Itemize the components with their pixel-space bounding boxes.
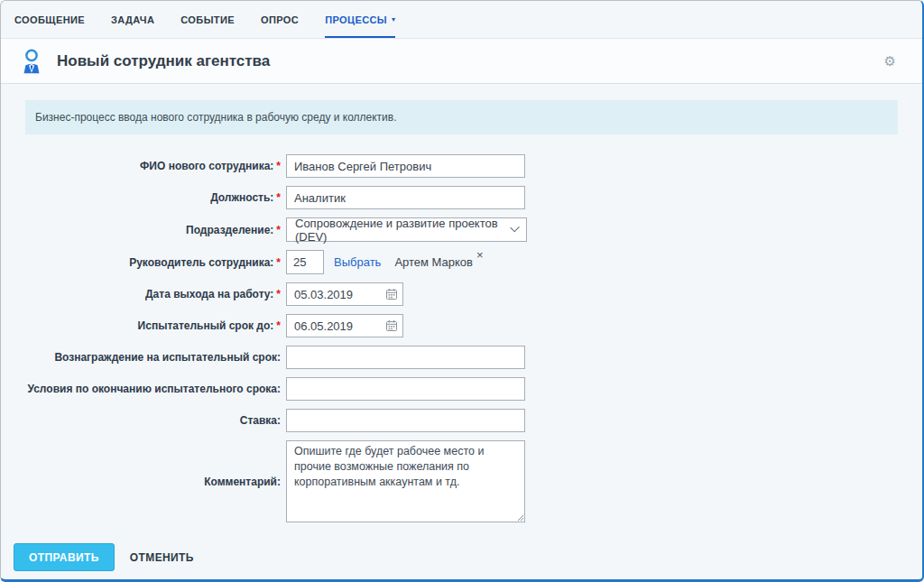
required-marker: * — [276, 256, 281, 269]
field-label: ФИО нового сотрудника:* — [1, 160, 281, 172]
field-label: Вознаграждение на испытательный срок: — [1, 351, 281, 364]
form-row-rate: Ставка: — [1, 409, 922, 432]
remove-manager-icon[interactable]: × — [476, 249, 484, 261]
process-form-window: СООБЩЕНИЕ ЗАДАЧА СОБЫТИЕ ОПРОС ПРОЦЕССЫ … — [0, 0, 924, 582]
required-marker: * — [276, 319, 281, 332]
tab-processes[interactable]: ПРОЦЕССЫ ▾ — [325, 1, 395, 38]
field-label: Условия по окончанию испытательного срок… — [1, 383, 281, 395]
required-marker: * — [276, 191, 281, 204]
form-row-probation-salary: Вознаграждение на испытательный срок: — [1, 346, 922, 369]
form-row-comment: Комментарий: Опишите где будет рабочее м… — [1, 440, 922, 522]
department-selected-value: Сопровождение и развитие проектов (DEV) — [295, 217, 512, 244]
fio-input[interactable] — [286, 154, 525, 178]
tab-event[interactable]: СОБЫТИЕ — [180, 1, 235, 38]
tab-poll[interactable]: ОПРОС — [261, 1, 299, 38]
field-label: Комментарий: — [1, 476, 281, 488]
tab-bar: СООБЩЕНИЕ ЗАДАЧА СОБЫТИЕ ОПРОС ПРОЦЕССЫ … — [1, 1, 922, 39]
new-employee-form: ФИО нового сотрудника:* Должность:* Подр… — [1, 154, 922, 522]
required-marker: * — [276, 224, 281, 236]
page-title: Новый сотрудник агентства — [57, 52, 270, 70]
field-label: Дата выхода на работу:* — [1, 288, 281, 300]
process-description-banner: Бизнес-процесс ввода нового сотрудника в… — [25, 100, 898, 134]
chevron-down-icon: ▾ — [392, 15, 395, 23]
required-marker: * — [276, 160, 281, 172]
form-actions: ОТПРАВИТЬ ОТМЕНИТЬ — [14, 543, 922, 571]
manager-id-input[interactable] — [286, 250, 324, 274]
probation-salary-input[interactable] — [286, 346, 525, 369]
employee-person-icon — [18, 48, 45, 75]
tab-label: СОБЫТИЕ — [180, 14, 235, 25]
gear-icon[interactable]: ⚙ — [884, 53, 909, 69]
field-label: Подразделение:* — [1, 224, 281, 236]
cancel-button[interactable]: ОТМЕНИТЬ — [130, 551, 194, 564]
form-row-after-probation: Условия по окончанию испытательного срок… — [1, 377, 922, 401]
tab-label: ЗАДАЧА — [111, 14, 154, 25]
form-row-start-date: Дата выхода на работу:* — [1, 282, 922, 306]
rate-input[interactable] — [286, 409, 525, 432]
process-header: Новый сотрудник агентства ⚙ — [1, 39, 922, 84]
resize-handle[interactable] — [515, 513, 523, 521]
selected-manager-name: Артем Марков — [394, 255, 473, 269]
form-row-position: Должность:* — [1, 186, 922, 209]
field-label: Испытательный срок до:* — [1, 319, 281, 332]
submit-button[interactable]: ОТПРАВИТЬ — [14, 543, 115, 571]
required-marker: * — [276, 288, 281, 300]
form-row-probation-until: Испытательный срок до:* — [1, 314, 922, 337]
field-label: Должность:* — [1, 191, 281, 204]
department-select[interactable]: Сопровождение и развитие проектов (DEV) — [286, 217, 527, 242]
choose-manager-link[interactable]: Выбрать — [334, 255, 381, 269]
calendar-icon[interactable] — [385, 288, 398, 300]
banner-text: Бизнес-процесс ввода нового сотрудника в… — [35, 111, 397, 124]
after-probation-input[interactable] — [286, 377, 525, 401]
form-row-fio: ФИО нового сотрудника:* — [1, 154, 922, 178]
calendar-icon[interactable] — [385, 319, 398, 332]
tab-label: ПРОЦЕССЫ — [325, 14, 387, 25]
tab-message[interactable]: СООБЩЕНИЕ — [14, 1, 85, 38]
tab-label: ОПРОС — [261, 14, 299, 25]
form-row-department: Подразделение:* Сопровождение и развитие… — [1, 217, 922, 242]
comment-textarea[interactable]: Опишите где будет рабочее место и прочие… — [286, 440, 525, 522]
tab-label: СООБЩЕНИЕ — [14, 14, 85, 25]
field-label: Ставка: — [1, 414, 281, 427]
position-input[interactable] — [286, 186, 525, 209]
form-row-manager: Руководитель сотрудника:* Выбрать Артем … — [1, 250, 922, 274]
field-label: Руководитель сотрудника:* — [1, 256, 281, 269]
tab-task[interactable]: ЗАДАЧА — [111, 1, 154, 38]
